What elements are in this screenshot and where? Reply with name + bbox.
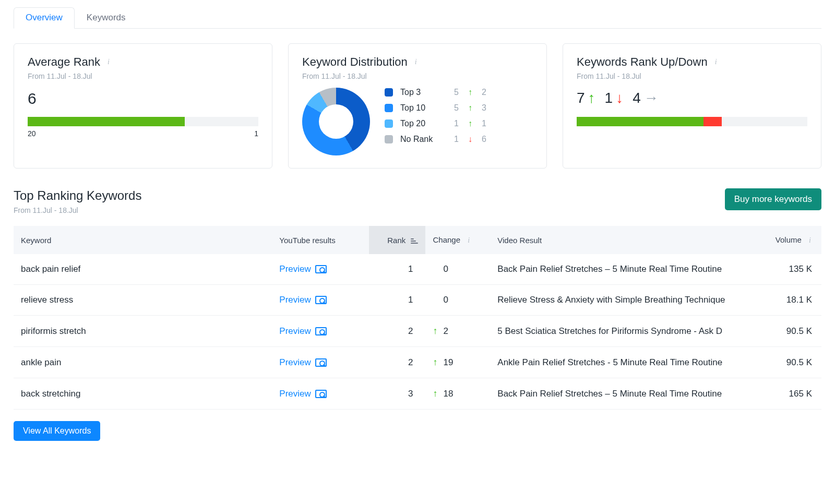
- legend-row: Top 201↑1: [385, 119, 533, 128]
- preview-label: Preview: [279, 389, 311, 399]
- col-youtube-results[interactable]: YouTube results: [272, 226, 369, 254]
- preview-icon: [315, 327, 327, 335]
- cell-preview: Preview: [272, 378, 369, 410]
- date-range: From 11.Jul - 18.Jul: [302, 72, 533, 80]
- tab-overview[interactable]: Overview: [14, 7, 75, 29]
- preview-link[interactable]: Preview: [279, 357, 326, 368]
- cell-volume: 18.1 K: [757, 285, 821, 316]
- updown-bar-green: [577, 117, 703, 126]
- cell-video-result: Relieve Stress & Anxiety with Simple Bre…: [490, 285, 757, 316]
- legend-row: Top 35↑2: [385, 88, 533, 97]
- arrow-up-icon: ↑: [433, 388, 440, 399]
- change-value: 18: [443, 389, 453, 399]
- avg-rank-value: 6: [28, 90, 258, 107]
- view-all-keywords-button[interactable]: View All Keywords: [14, 421, 100, 441]
- cell-volume: 165 K: [757, 378, 821, 410]
- legend-label: No Rank: [400, 135, 440, 144]
- preview-icon: [315, 358, 327, 367]
- tabbar: Overview Keywords: [14, 7, 821, 29]
- cell-change: 0: [425, 254, 490, 285]
- updown-values: 7↑ 1↓ 4→: [577, 90, 807, 106]
- cell-change: ↑2: [425, 316, 490, 347]
- info-icon[interactable]: [464, 236, 473, 245]
- cell-volume: 90.5 K: [757, 316, 821, 347]
- info-icon[interactable]: [806, 236, 814, 245]
- card-rank-updown: Keywords Rank Up/Down From 11.Jul - 18.J…: [563, 43, 821, 169]
- cell-preview: Preview: [272, 316, 369, 347]
- legend-count: 5: [447, 103, 459, 113]
- col-volume[interactable]: Volume: [757, 226, 821, 254]
- legend-row: Top 105↑3: [385, 103, 533, 113]
- buy-more-keywords-button[interactable]: Buy more keywords: [725, 188, 821, 210]
- preview-label: Preview: [279, 326, 311, 337]
- rank-up-count: 7: [577, 90, 585, 106]
- tab-keywords[interactable]: Keywords: [75, 7, 138, 29]
- legend-label: Top 3: [400, 88, 440, 97]
- preview-label: Preview: [279, 357, 311, 368]
- sort-icon: [411, 238, 418, 244]
- legend-count: 5: [447, 88, 459, 97]
- cell-rank: 2: [369, 316, 425, 347]
- cell-change: ↑18: [425, 378, 490, 410]
- col-rank[interactable]: Rank: [369, 226, 425, 254]
- cell-volume: 90.5 K: [757, 347, 821, 378]
- arrow-down-icon: ↓: [616, 90, 623, 106]
- legend-row: No Rank1↓6: [385, 135, 533, 144]
- info-icon[interactable]: [412, 58, 420, 66]
- cell-video-result: Back Pain Relief Stretches – 5 Minute Re…: [490, 378, 757, 410]
- arrow-icon: ↑: [466, 119, 474, 128]
- legend-label: Top 10: [400, 103, 440, 113]
- table-body: back pain reliefPreview10Back Pain Relie…: [14, 254, 821, 410]
- arrow-up-icon: ↑: [433, 326, 440, 337]
- color-swatch: [385, 104, 393, 112]
- color-swatch: [385, 119, 393, 128]
- date-range: From 11.Jul - 18.Jul: [14, 206, 141, 214]
- change-value: 0: [443, 264, 448, 274]
- cell-rank: 1: [369, 285, 425, 316]
- distribution-legend: Top 35↑2Top 105↑3Top 201↑1No Rank1↓6: [385, 88, 533, 150]
- change-value: 19: [443, 357, 453, 367]
- info-icon[interactable]: [104, 58, 113, 66]
- cell-video-result: Ankle Pain Relief Stretches - 5 Minute R…: [490, 347, 757, 378]
- rank-down-count: 1: [605, 90, 613, 106]
- info-icon[interactable]: [712, 58, 720, 66]
- card-title: Keywords Rank Up/Down: [577, 55, 708, 69]
- keywords-table: Keyword YouTube results Rank Change Vide…: [14, 226, 821, 410]
- avg-rank-bar: [28, 117, 258, 126]
- col-keyword[interactable]: Keyword: [14, 226, 272, 254]
- preview-link[interactable]: Preview: [279, 326, 326, 337]
- section-title: Top Ranking Keywords: [14, 188, 141, 203]
- preview-link[interactable]: Preview: [279, 389, 326, 399]
- cell-video-result: 5 Best Sciatica Stretches for Piriformis…: [490, 316, 757, 347]
- cell-change: ↑19: [425, 347, 490, 378]
- cell-keyword: relieve stress: [14, 285, 272, 316]
- arrow-icon: ↓: [466, 135, 474, 144]
- avg-rank-scale: 20 1: [28, 129, 258, 138]
- col-change[interactable]: Change: [425, 226, 490, 254]
- change-value: 0: [443, 295, 448, 305]
- table-row: back pain reliefPreview10Back Pain Relie…: [14, 254, 821, 285]
- legend-count: 1: [447, 119, 459, 128]
- legend-label: Top 20: [400, 119, 440, 128]
- cell-rank: 1: [369, 254, 425, 285]
- card-title: Average Rank: [28, 55, 100, 69]
- preview-icon: [315, 296, 327, 304]
- legend-delta: 2: [482, 88, 493, 97]
- date-range: From 11.Jul - 18.Jul: [28, 72, 258, 80]
- legend-delta: 1: [482, 119, 493, 128]
- card-row: Average Rank From 11.Jul - 18.Jul 6 20 1…: [14, 43, 821, 169]
- preview-label: Preview: [279, 264, 311, 274]
- updown-bar: [577, 117, 807, 126]
- rank-same-count: 4: [633, 90, 641, 106]
- date-range: From 11.Jul - 18.Jul: [577, 72, 807, 80]
- cell-video-result: Back Pain Relief Stretches – 5 Minute Re…: [490, 254, 757, 285]
- preview-link[interactable]: Preview: [279, 295, 326, 305]
- preview-link[interactable]: Preview: [279, 264, 326, 274]
- table-row: ankle painPreview2↑19Ankle Pain Relief S…: [14, 347, 821, 378]
- col-video-result[interactable]: Video Result: [490, 226, 757, 254]
- arrow-up-icon: ↑: [588, 90, 595, 106]
- table-row: back stretchingPreview3↑18Back Pain Reli…: [14, 378, 821, 410]
- preview-icon: [315, 390, 327, 398]
- color-swatch: [385, 135, 393, 143]
- cell-keyword: back pain relief: [14, 254, 272, 285]
